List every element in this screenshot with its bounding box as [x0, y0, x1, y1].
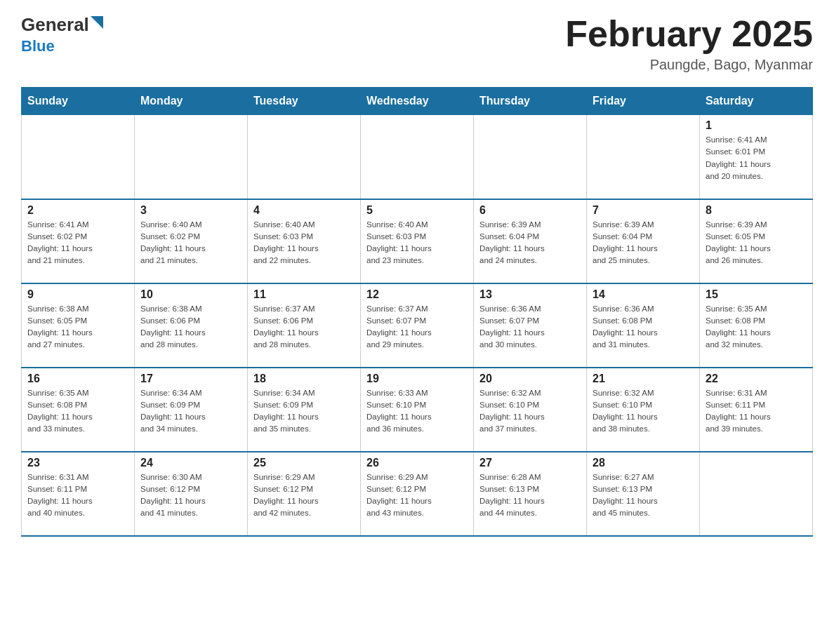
- calendar-cell: 7Sunrise: 6:39 AM Sunset: 6:04 PM Daylig…: [587, 199, 700, 283]
- day-header-tuesday: Tuesday: [248, 88, 361, 115]
- week-row-3: 9Sunrise: 6:38 AM Sunset: 6:05 PM Daylig…: [22, 283, 813, 368]
- day-info: Sunrise: 6:30 AM Sunset: 6:12 PM Dayligh…: [140, 471, 241, 520]
- calendar-cell: 27Sunrise: 6:28 AM Sunset: 6:13 PM Dayli…: [474, 452, 587, 536]
- logo-general-text: General: [21, 14, 89, 36]
- calendar-cell: 20Sunrise: 6:32 AM Sunset: 6:10 PM Dayli…: [474, 368, 587, 452]
- calendar-cell: 26Sunrise: 6:29 AM Sunset: 6:12 PM Dayli…: [361, 452, 474, 536]
- calendar-cell: 10Sunrise: 6:38 AM Sunset: 6:06 PM Dayli…: [135, 283, 248, 368]
- week-row-5: 23Sunrise: 6:31 AM Sunset: 6:11 PM Dayli…: [22, 452, 813, 536]
- calendar-cell: 13Sunrise: 6:36 AM Sunset: 6:07 PM Dayli…: [474, 283, 587, 368]
- day-info: Sunrise: 6:37 AM Sunset: 6:07 PM Dayligh…: [366, 303, 468, 351]
- calendar-cell: 1Sunrise: 6:41 AM Sunset: 6:01 PM Daylig…: [700, 115, 813, 199]
- calendar-cell: 3Sunrise: 6:40 AM Sunset: 6:02 PM Daylig…: [135, 199, 248, 283]
- day-number: 1: [706, 119, 807, 132]
- calendar-cell: 9Sunrise: 6:38 AM Sunset: 6:05 PM Daylig…: [22, 283, 135, 368]
- logo-triangle-icon: [91, 16, 103, 29]
- day-info: Sunrise: 6:35 AM Sunset: 6:08 PM Dayligh…: [706, 303, 807, 351]
- calendar-cell: 21Sunrise: 6:32 AM Sunset: 6:10 PM Dayli…: [587, 368, 700, 452]
- calendar-cell: 22Sunrise: 6:31 AM Sunset: 6:11 PM Dayli…: [700, 368, 813, 452]
- calendar-cell: 2Sunrise: 6:41 AM Sunset: 6:02 PM Daylig…: [22, 199, 135, 283]
- day-info: Sunrise: 6:40 AM Sunset: 6:02 PM Dayligh…: [140, 219, 241, 267]
- week-row-4: 16Sunrise: 6:35 AM Sunset: 6:08 PM Dayli…: [22, 368, 813, 452]
- calendar-cell: 4Sunrise: 6:40 AM Sunset: 6:03 PM Daylig…: [248, 199, 361, 283]
- day-number: 5: [366, 204, 468, 217]
- title-block: February 2025 Paungde, Bago, Myanmar: [565, 14, 813, 73]
- day-number: 21: [593, 373, 694, 385]
- day-header-saturday: Saturday: [700, 88, 813, 115]
- calendar-cell: 23Sunrise: 6:31 AM Sunset: 6:11 PM Dayli…: [22, 452, 135, 536]
- day-number: 6: [479, 204, 581, 217]
- day-info: Sunrise: 6:40 AM Sunset: 6:03 PM Dayligh…: [253, 219, 355, 267]
- logo: General Blue: [21, 14, 103, 55]
- calendar-cell: 8Sunrise: 6:39 AM Sunset: 6:05 PM Daylig…: [700, 199, 813, 283]
- day-info: Sunrise: 6:39 AM Sunset: 6:05 PM Dayligh…: [706, 219, 807, 267]
- calendar-cell: 5Sunrise: 6:40 AM Sunset: 6:03 PM Daylig…: [361, 199, 474, 283]
- day-info: Sunrise: 6:36 AM Sunset: 6:08 PM Dayligh…: [593, 303, 694, 351]
- day-info: Sunrise: 6:34 AM Sunset: 6:09 PM Dayligh…: [140, 387, 241, 436]
- day-number: 4: [253, 204, 355, 217]
- day-info: Sunrise: 6:28 AM Sunset: 6:13 PM Dayligh…: [479, 471, 581, 520]
- day-info: Sunrise: 6:40 AM Sunset: 6:03 PM Dayligh…: [366, 219, 468, 267]
- day-info: Sunrise: 6:31 AM Sunset: 6:11 PM Dayligh…: [706, 387, 807, 436]
- day-number: 28: [593, 457, 694, 469]
- day-number: 27: [479, 457, 581, 469]
- day-number: 15: [706, 288, 807, 301]
- month-title: February 2025: [565, 14, 813, 54]
- day-info: Sunrise: 6:36 AM Sunset: 6:07 PM Dayligh…: [479, 303, 581, 351]
- calendar-cell: 18Sunrise: 6:34 AM Sunset: 6:09 PM Dayli…: [248, 368, 361, 452]
- day-number: 19: [366, 373, 468, 385]
- calendar-cell: [587, 115, 700, 199]
- day-number: 13: [479, 288, 581, 301]
- calendar-cell: [248, 115, 361, 199]
- calendar-cell: 15Sunrise: 6:35 AM Sunset: 6:08 PM Dayli…: [700, 283, 813, 368]
- page-header: General Blue February 2025 Paungde, Bago…: [21, 14, 813, 73]
- calendar-cell: 14Sunrise: 6:36 AM Sunset: 6:08 PM Dayli…: [587, 283, 700, 368]
- calendar-cell: [22, 115, 135, 199]
- calendar-cell: [361, 115, 474, 199]
- day-info: Sunrise: 6:39 AM Sunset: 6:04 PM Dayligh…: [479, 219, 581, 267]
- day-header-wednesday: Wednesday: [361, 88, 474, 115]
- day-number: 24: [140, 457, 241, 469]
- day-header-sunday: Sunday: [22, 88, 135, 115]
- day-info: Sunrise: 6:38 AM Sunset: 6:05 PM Dayligh…: [27, 303, 128, 351]
- day-info: Sunrise: 6:27 AM Sunset: 6:13 PM Dayligh…: [593, 471, 694, 520]
- day-info: Sunrise: 6:31 AM Sunset: 6:11 PM Dayligh…: [27, 471, 128, 520]
- day-number: 20: [479, 373, 581, 385]
- day-number: 7: [593, 204, 694, 217]
- day-number: 8: [706, 204, 807, 217]
- day-info: Sunrise: 6:38 AM Sunset: 6:06 PM Dayligh…: [140, 303, 241, 351]
- day-info: Sunrise: 6:41 AM Sunset: 6:01 PM Dayligh…: [706, 134, 807, 182]
- day-number: 26: [366, 457, 468, 469]
- day-info: Sunrise: 6:35 AM Sunset: 6:08 PM Dayligh…: [27, 387, 128, 436]
- day-number: 17: [140, 373, 241, 385]
- day-info: Sunrise: 6:37 AM Sunset: 6:06 PM Dayligh…: [253, 303, 355, 351]
- calendar-header: SundayMondayTuesdayWednesdayThursdayFrid…: [22, 88, 813, 115]
- day-number: 9: [27, 288, 128, 301]
- day-number: 12: [366, 288, 468, 301]
- day-number: 16: [27, 373, 128, 385]
- day-number: 18: [253, 373, 355, 385]
- day-info: Sunrise: 6:32 AM Sunset: 6:10 PM Dayligh…: [479, 387, 581, 436]
- svg-marker-0: [91, 16, 103, 29]
- calendar-body: 1Sunrise: 6:41 AM Sunset: 6:01 PM Daylig…: [22, 115, 813, 536]
- days-of-week-row: SundayMondayTuesdayWednesdayThursdayFrid…: [22, 88, 813, 115]
- day-number: 2: [27, 204, 128, 217]
- day-number: 25: [253, 457, 355, 469]
- week-row-1: 1Sunrise: 6:41 AM Sunset: 6:01 PM Daylig…: [22, 115, 813, 199]
- calendar-cell: 24Sunrise: 6:30 AM Sunset: 6:12 PM Dayli…: [135, 452, 248, 536]
- logo-blue-text: Blue: [21, 37, 55, 55]
- day-number: 22: [706, 373, 807, 385]
- day-info: Sunrise: 6:34 AM Sunset: 6:09 PM Dayligh…: [253, 387, 355, 436]
- day-header-monday: Monday: [135, 88, 248, 115]
- calendar-cell: 19Sunrise: 6:33 AM Sunset: 6:10 PM Dayli…: [361, 368, 474, 452]
- day-number: 14: [593, 288, 694, 301]
- calendar-cell: 11Sunrise: 6:37 AM Sunset: 6:06 PM Dayli…: [248, 283, 361, 368]
- day-info: Sunrise: 6:41 AM Sunset: 6:02 PM Dayligh…: [27, 219, 128, 267]
- calendar-cell: [700, 452, 813, 536]
- calendar-cell: 25Sunrise: 6:29 AM Sunset: 6:12 PM Dayli…: [248, 452, 361, 536]
- week-row-2: 2Sunrise: 6:41 AM Sunset: 6:02 PM Daylig…: [22, 199, 813, 283]
- calendar-cell: [135, 115, 248, 199]
- day-info: Sunrise: 6:29 AM Sunset: 6:12 PM Dayligh…: [366, 471, 468, 520]
- day-number: 10: [140, 288, 241, 301]
- day-info: Sunrise: 6:32 AM Sunset: 6:10 PM Dayligh…: [593, 387, 694, 436]
